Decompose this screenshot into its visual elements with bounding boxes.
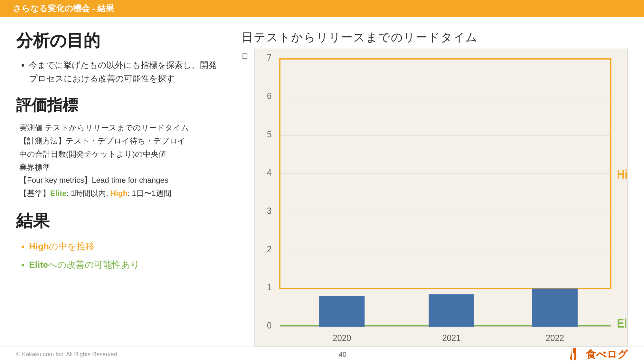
metric-elite-label: Elite (50, 189, 67, 198)
y-axis-label: 日 (242, 52, 254, 61)
svg-text:1: 1 (267, 282, 271, 292)
svg-rect-21 (532, 289, 578, 327)
main-content: 分析の目的 今までに挙げたもの以外にも指標を探索し、開発プロセスにおける改善の可… (0, 17, 644, 347)
footer: © Kakaku.com Inc. All Rights Reserved. 4… (0, 347, 644, 362)
footer-copyright: © Kakaku.com Inc. All Rights Reserved. (16, 351, 118, 358)
metric-body: 実測値 テストからリリースまでのリードタイム 【計測方法】テスト・デプロイ待ち・… (16, 121, 222, 200)
svg-text:High: High (617, 167, 627, 181)
tabelog-logo-icon (566, 347, 582, 362)
analysis-bullet-1: 今までに挙げたもの以外にも指標を探索し、開発プロセスにおける改善の可能性を探す (29, 59, 222, 85)
metric-high-label: High (110, 189, 128, 198)
footer-page-number: 40 (338, 350, 346, 359)
metric-line4: 業界標準 (19, 163, 50, 172)
footer-logo-area: 食べログ (566, 347, 628, 362)
metric-line2: 【計測方法】テスト・デプロイ待ち・デプロイ (19, 136, 185, 145)
result-high-text: Highの中を推移 (29, 241, 95, 251)
right-panel: 日テストからリリースまでのリードタイム 日 7 (242, 30, 628, 347)
footer-logo-text: 食べログ (586, 348, 628, 362)
svg-rect-20 (429, 294, 474, 327)
svg-text:2: 2 (267, 244, 271, 254)
svg-text:4: 4 (267, 167, 271, 178)
result-bullet-elite: Eliteへの改善の可能性あり (29, 258, 222, 272)
svg-text:6: 6 (267, 90, 271, 101)
svg-text:2021: 2021 (442, 332, 461, 343)
result-bullet-high: Highの中を推移 (29, 239, 222, 254)
metric-line5: 【Four key metrics】Lead time for changes (19, 176, 168, 184)
metric-title: 評価指標 (16, 95, 222, 116)
result-title: 結果 (16, 210, 222, 232)
result-elite-text: Eliteへの改善の可能性あり (29, 260, 140, 270)
svg-text:2020: 2020 (333, 332, 351, 343)
metric-mid: : 1時間以内, (67, 189, 110, 198)
metric-criteria-prefix: 【基準】 (19, 189, 50, 198)
result-bullet-list: Highの中を推移 Eliteへの改善の可能性あり (16, 239, 222, 272)
svg-text:0: 0 (267, 320, 271, 331)
metric-line1: 実測値 テストからリリースまでのリードタイム (19, 123, 189, 132)
header-bar: さらなる変化の機会 - 結果 (0, 0, 644, 17)
analysis-bullet-list: 今までに挙げたもの以外にも指標を探索し、開発プロセスにおける改善の可能性を探す (16, 59, 222, 85)
svg-text:Elite: Elite (617, 316, 627, 330)
chart-area: 7 6 5 4 3 2 (254, 49, 628, 347)
analysis-title: 分析の目的 (16, 30, 222, 52)
header-title: さらなる変化の機会 - 結果 (13, 3, 114, 14)
chart-svg: 7 6 5 4 3 2 (255, 49, 627, 346)
chart-title: 日テストからリリースまでのリードタイム (242, 30, 628, 45)
metric-post: : 1日〜1週間 (128, 189, 171, 198)
svg-text:3: 3 (267, 205, 271, 216)
svg-text:7: 7 (267, 52, 271, 63)
svg-rect-19 (319, 296, 365, 327)
svg-text:2022: 2022 (546, 332, 564, 343)
metric-line3: 中の合計日数(開発チケットより)の中央値 (19, 150, 166, 158)
svg-text:5: 5 (267, 129, 271, 139)
left-panel: 分析の目的 今までに挙げたもの以外にも指標を探索し、開発プロセスにおける改善の可… (16, 30, 222, 347)
